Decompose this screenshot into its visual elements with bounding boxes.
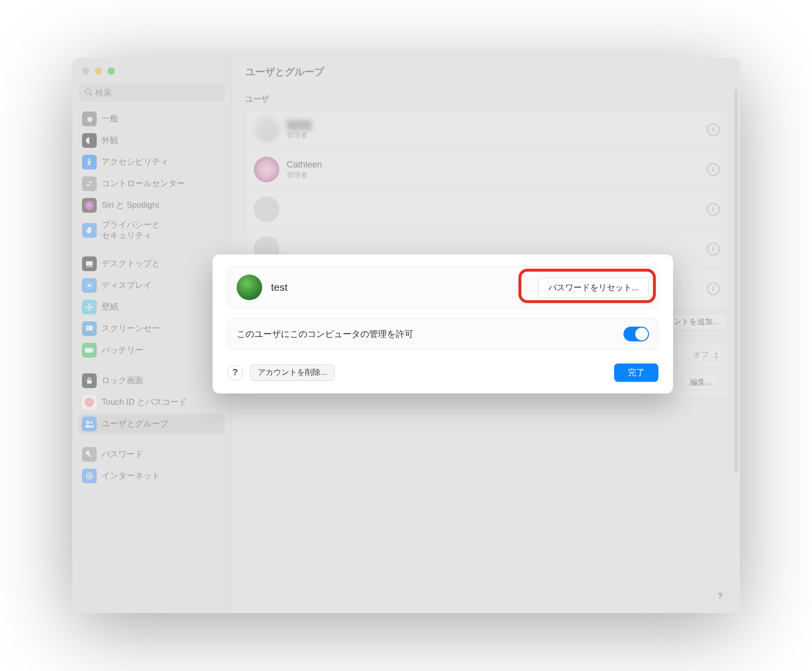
- page-title: ユーザとグループ: [245, 65, 324, 79]
- updown-stepper-icon[interactable]: ▲▼: [714, 351, 719, 360]
- gear-icon: [82, 112, 97, 126]
- user-name: Cathleen: [287, 160, 707, 170]
- svg-point-8: [85, 201, 94, 210]
- svg-point-11: [88, 284, 91, 287]
- sidebar-item-label: 外観: [102, 135, 118, 145]
- svg-line-18: [87, 287, 88, 288]
- users-section-label: ユーザ: [245, 94, 728, 105]
- user-row[interactable]: Cathleen管理者i: [246, 150, 728, 190]
- search-container: [72, 84, 231, 107]
- svg-rect-25: [86, 326, 93, 331]
- sidebar-item-desktop[interactable]: デスクトップと: [79, 253, 224, 274]
- svg-point-33: [86, 421, 89, 424]
- svg-line-16: [87, 283, 88, 284]
- svg-rect-36: [88, 454, 92, 457]
- svg-point-34: [90, 421, 93, 424]
- allow-admin-toggle[interactable]: [623, 327, 649, 341]
- sidebar-item-hand[interactable]: プライバシーとセキュリティ: [79, 217, 224, 244]
- sidebar-item-battery[interactable]: バッテリー: [79, 340, 224, 361]
- user-row[interactable]: ████管理者i: [246, 110, 728, 150]
- sidebar-item-label: ディスプレイ: [102, 280, 152, 290]
- svg-line-19: [91, 283, 92, 284]
- sidebar-item-label: バッテリー: [102, 345, 143, 355]
- maximize-window-button[interactable]: [108, 67, 115, 75]
- svg-rect-28: [93, 349, 94, 352]
- at-icon: [82, 469, 97, 483]
- sidebar-item-key[interactable]: パスワード: [79, 444, 224, 465]
- info-icon[interactable]: i: [707, 282, 720, 295]
- sidebar-item-figure[interactable]: アクセシビリティ: [79, 152, 224, 172]
- sidebar-item-label: プライバシーとセキュリティ: [102, 220, 160, 241]
- search-icon: [84, 88, 92, 97]
- sidebar-item-switches[interactable]: コントロールセンター: [79, 173, 224, 194]
- svg-point-23: [86, 306, 88, 308]
- svg-point-3: [88, 159, 90, 161]
- figure-icon: [82, 155, 97, 169]
- info-icon[interactable]: i: [707, 243, 720, 255]
- user-meta: [287, 209, 707, 210]
- user-row[interactable]: i: [246, 190, 728, 229]
- edit-button[interactable]: 編集...: [683, 375, 719, 390]
- info-icon[interactable]: i: [707, 123, 720, 136]
- switches-icon: [82, 176, 97, 191]
- info-icon[interactable]: i: [707, 163, 720, 176]
- svg-point-6: [87, 181, 89, 184]
- lock-icon: [82, 373, 97, 388]
- allow-admin-label: このユーザにこのコンピュータの管理を許可: [237, 328, 413, 340]
- sidebar-item-lock[interactable]: ロック画面: [79, 370, 224, 391]
- delete-account-button[interactable]: アカウントを削除...: [250, 364, 335, 381]
- help-button[interactable]: ?: [713, 589, 727, 603]
- touchid-icon: [82, 395, 97, 410]
- reset-password-button[interactable]: パスワードをリセット...: [538, 278, 649, 298]
- sidebar-item-touchid[interactable]: Touch ID とパスコード: [79, 392, 224, 413]
- svg-rect-27: [85, 348, 93, 353]
- sidebar-item-siri[interactable]: Siri と Spotlight: [79, 195, 224, 216]
- flower-icon: [82, 300, 97, 314]
- contrast-icon: [82, 133, 97, 148]
- svg-point-21: [88, 304, 91, 306]
- sidebar-item-gear[interactable]: 一般: [79, 109, 224, 129]
- desktop-icon: [82, 256, 97, 271]
- sidebar-scroll: 一般外観アクセシビリティコントロールセンターSiri と Spotlightプラ…: [72, 107, 231, 613]
- info-icon[interactable]: i: [707, 203, 720, 216]
- sidebar-item-screensaver[interactable]: スクリーンセー: [79, 318, 224, 339]
- users-icon: [82, 417, 97, 431]
- help-button[interactable]: ?: [227, 365, 243, 381]
- svg-point-26: [87, 327, 89, 329]
- svg-line-17: [91, 287, 92, 288]
- svg-point-24: [91, 306, 93, 308]
- search-input[interactable]: [95, 88, 219, 98]
- key-icon: [82, 447, 97, 462]
- svg-point-32: [88, 401, 91, 404]
- user-detail-modal: test パスワードをリセット... このユーザにこのコンピュータの管理を許可 …: [213, 254, 673, 393]
- sun-icon: [82, 278, 97, 293]
- svg-line-1: [90, 93, 92, 95]
- svg-point-31: [87, 400, 92, 405]
- sidebar-item-at[interactable]: インターネット: [79, 466, 224, 486]
- close-window-button[interactable]: [82, 67, 89, 75]
- sidebar-item-label: Siri と Spotlight: [102, 200, 159, 210]
- sidebar-item-sun[interactable]: ディスプレイ: [79, 275, 224, 296]
- svg-point-22: [88, 308, 91, 311]
- minimize-window-button[interactable]: [95, 67, 102, 75]
- svg-point-7: [90, 184, 92, 187]
- scrollbar-thumb[interactable]: [734, 89, 738, 473]
- done-button[interactable]: 完了: [614, 363, 658, 382]
- sidebar-item-label: パスワード: [102, 449, 143, 459]
- user-role: 管理者: [287, 171, 707, 180]
- sidebar-item-flower[interactable]: 壁紙: [79, 297, 224, 317]
- sidebar-item-label: 壁紙: [102, 302, 118, 312]
- search-box[interactable]: [79, 84, 224, 102]
- user-role: 管理者: [287, 131, 707, 140]
- main-header: ユーザとグループ: [232, 58, 740, 86]
- sidebar-item-label: デスクトップと: [102, 258, 160, 269]
- user-meta: Cathleen管理者: [287, 160, 707, 180]
- sidebar-item-label: Touch ID とパスコード: [102, 397, 187, 407]
- user-meta: ████管理者: [287, 120, 707, 140]
- avatar: [237, 275, 262, 300]
- avatar: [254, 196, 279, 222]
- sidebar-item-contrast[interactable]: 外観: [79, 130, 224, 151]
- sidebar-item-users[interactable]: ユーザとグループ: [79, 414, 224, 434]
- sidebar-item-label: スクリーンセー: [102, 323, 160, 334]
- svg-rect-29: [87, 380, 91, 384]
